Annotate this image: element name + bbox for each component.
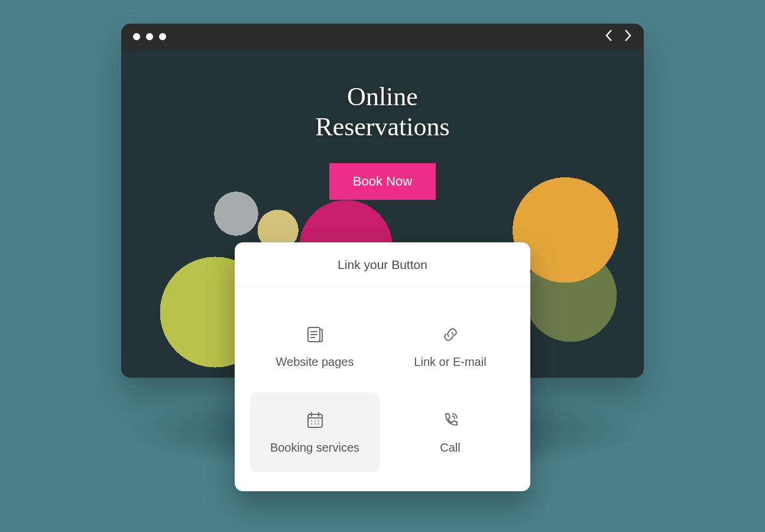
window-dot-icon [159,33,166,40]
window-dot-icon [146,33,153,40]
option-label: Call [440,441,460,455]
browser-titlebar [121,24,644,50]
popup-options-grid: Website pages Link or E-mail [235,287,530,491]
option-booking-services[interactable]: Booking services [250,392,380,472]
hero-title: Online Reservations [315,82,449,142]
option-label: Booking services [270,441,359,455]
window-controls [133,33,166,40]
link-icon [440,325,461,345]
link-button-popup: Link your Button Website pages [235,242,530,491]
option-website-pages[interactable]: Website pages [250,307,380,387]
popup-title: Link your Button [235,242,530,287]
phone-icon [440,410,461,430]
window-dot-icon [133,33,140,40]
option-link-or-email[interactable]: Link or E-mail [385,307,515,387]
option-label: Website pages [276,355,354,369]
book-now-button[interactable]: Book Now [329,163,436,200]
pages-icon [305,325,325,345]
option-call[interactable]: Call [385,392,515,472]
calendar-icon [305,410,325,430]
hero-title-line-2: Reservations [315,112,449,141]
nav-arrows [605,29,632,44]
forward-icon[interactable] [624,29,632,44]
hero-title-line-1: Online [347,82,418,111]
back-icon[interactable] [605,29,613,44]
option-label: Link or E-mail [414,355,486,369]
